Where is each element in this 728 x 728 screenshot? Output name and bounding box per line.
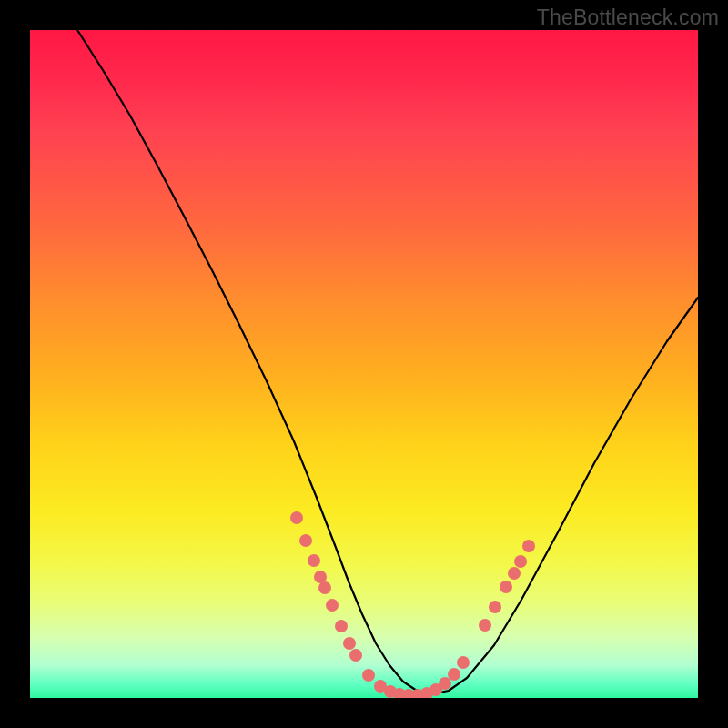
marker-layer (290, 511, 535, 698)
chart-frame: TheBottleneck.com (0, 0, 728, 728)
curve-marker (489, 601, 501, 613)
curve-marker (439, 677, 451, 690)
curve-marker (508, 567, 521, 580)
curve-marker (314, 571, 327, 583)
curve-marker (522, 540, 535, 552)
plot-area (30, 30, 698, 698)
chart-svg (30, 30, 698, 698)
watermark-text: TheBottleneck.com (537, 5, 719, 30)
curve-marker (335, 620, 348, 632)
curve-marker (308, 554, 320, 567)
curve-marker (457, 656, 470, 669)
curve-layer (77, 30, 698, 694)
bottleneck-curve (77, 30, 698, 694)
curve-marker (500, 581, 512, 593)
curve-marker (299, 534, 312, 547)
curve-marker (514, 555, 527, 568)
curve-marker (318, 581, 331, 594)
curve-marker (290, 511, 303, 524)
curve-marker (448, 668, 460, 681)
curve-marker (362, 669, 375, 682)
curve-marker (349, 649, 362, 662)
curve-marker (479, 619, 491, 632)
curve-marker (343, 637, 356, 650)
curve-marker (326, 599, 339, 612)
